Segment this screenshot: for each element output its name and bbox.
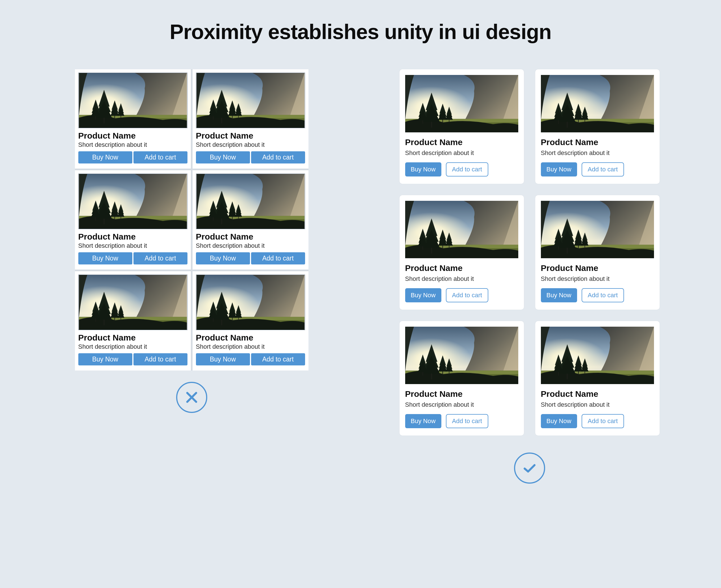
product-card: Product Name Short description about it … [535,321,660,436]
product-card: Product Name Short description about it … [535,69,660,184]
product-description: Short description about it [405,275,518,282]
product-card: Product Name Short description about it … [193,170,309,270]
check-icon [514,453,545,484]
product-title: Product Name [78,333,188,342]
buy-now-button[interactable]: Buy Now [196,353,250,365]
product-description: Short description about it [78,141,188,148]
add-to-cart-button[interactable]: Add to cart [446,162,488,176]
product-image [541,75,654,132]
product-image [405,327,518,384]
buy-now-button[interactable]: Buy Now [541,162,577,176]
product-card: Product Name Short description about it … [193,271,309,371]
buy-now-button[interactable]: Buy Now [78,252,132,265]
product-description: Short description about it [78,242,188,249]
page-title: Proximity establishes unity in ui design [23,20,698,44]
product-image [405,75,518,132]
product-title: Product Name [405,138,518,147]
buy-now-button[interactable]: Buy Now [196,151,250,164]
product-image [78,275,188,330]
add-to-cart-button[interactable]: Add to cart [251,151,305,164]
product-image [405,201,518,258]
product-description: Short description about it [196,242,305,249]
bad-grid: Product Name Short description about it … [75,69,309,371]
bad-example-column: Product Name Short description about it … [42,69,341,484]
add-to-cart-button[interactable]: Add to cart [133,151,188,164]
product-card: Product Name Short description about it … [75,69,191,169]
good-example-column: Product Name Short description about it … [380,69,679,484]
add-to-cart-button[interactable]: Add to cart [133,252,188,265]
good-grid: Product Name Short description about it … [400,69,660,436]
product-title: Product Name [541,389,654,399]
product-description: Short description about it [541,149,654,157]
product-image [541,201,654,258]
product-description: Short description about it [405,401,518,408]
product-description: Short description about it [541,275,654,282]
add-to-cart-button[interactable]: Add to cart [581,414,624,428]
product-image [78,174,188,229]
product-title: Product Name [196,333,305,342]
product-card: Product Name Short description about it … [75,271,191,371]
add-to-cart-button[interactable]: Add to cart [581,162,624,176]
product-title: Product Name [541,263,654,273]
product-image [196,174,305,229]
product-description: Short description about it [541,401,654,408]
buy-now-button[interactable]: Buy Now [541,414,577,428]
product-description: Short description about it [196,141,305,148]
buy-now-button[interactable]: Buy Now [405,414,441,428]
product-card: Product Name Short description about it … [535,195,660,310]
buy-now-button[interactable]: Buy Now [78,353,132,365]
buy-now-button[interactable]: Buy Now [78,151,132,164]
add-to-cart-button[interactable]: Add to cart [251,353,305,365]
comparison-columns: Product Name Short description about it … [23,69,698,484]
product-image [78,73,188,128]
cross-icon [176,382,207,413]
product-description: Short description about it [196,343,305,351]
product-card: Product Name Short description about it … [75,170,191,270]
buy-now-button[interactable]: Buy Now [196,252,250,265]
product-title: Product Name [405,389,518,399]
buy-now-button[interactable]: Buy Now [541,288,577,302]
add-to-cart-button[interactable]: Add to cart [446,288,488,302]
product-image [196,275,305,330]
product-title: Product Name [78,232,188,241]
product-title: Product Name [78,131,188,141]
product-title: Product Name [405,263,518,273]
product-title: Product Name [196,232,305,241]
add-to-cart-button[interactable]: Add to cart [446,414,488,428]
add-to-cart-button[interactable]: Add to cart [133,353,188,365]
product-card: Product Name Short description about it … [193,69,309,169]
buy-now-button[interactable]: Buy Now [405,288,441,302]
product-description: Short description about it [405,149,518,157]
product-title: Product Name [196,131,305,141]
add-to-cart-button[interactable]: Add to cart [581,288,624,302]
product-card: Product Name Short description about it … [400,195,524,310]
product-title: Product Name [541,138,654,147]
product-card: Product Name Short description about it … [400,321,524,436]
product-image [541,327,654,384]
product-description: Short description about it [78,343,188,351]
product-card: Product Name Short description about it … [400,69,524,184]
add-to-cart-button[interactable]: Add to cart [251,252,305,265]
buy-now-button[interactable]: Buy Now [405,162,441,176]
product-image [196,73,305,128]
